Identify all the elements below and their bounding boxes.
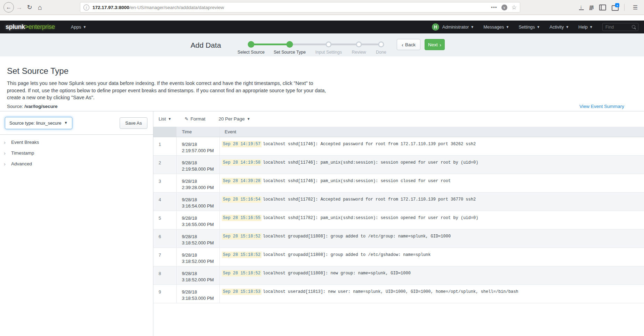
- row-number-cell: 3: [153, 174, 177, 192]
- event-time: 3:16:55.000 PM: [182, 221, 219, 228]
- settings-accordion: › Event Breaks › Timestamp › Advanced: [0, 135, 153, 169]
- back-button[interactable]: ‹Back: [397, 39, 420, 50]
- list-view-dropdown[interactable]: List▼: [159, 116, 171, 122]
- source-row: Source: /var/log/secure View Event Summa…: [7, 104, 644, 110]
- event-timestamp-highlight: Sep 28 15:16:54: [222, 196, 261, 203]
- event-table-row: 4 9/28/18 3:16:54.000 PM Sep 28 15:16:54…: [153, 193, 644, 211]
- url-text[interactable]: 172.17.97.3:8000/en-US/manager/search/ad…: [92, 5, 491, 10]
- event-time: 3:16:54.000 PM: [182, 203, 219, 209]
- caret-down-icon: ▼: [64, 121, 68, 125]
- help-menu[interactable]: Help▼: [578, 24, 593, 30]
- time-cell: 9/28/18 2:19:57.000 PM: [177, 137, 220, 155]
- bookmark-star-icon[interactable]: ☆: [512, 4, 517, 11]
- browser-toolbar: ← → ↻ ⌂ i 172.17.97.3:8000/en-US/manager…: [0, 0, 644, 15]
- event-preview-panel: List▼ ✎Format 20 Per Page▼ Time Event 1 …: [153, 111, 644, 336]
- messages-menu[interactable]: Messages▼: [483, 24, 509, 30]
- event-date: 9/28/18: [182, 178, 219, 185]
- row-number-cell: 9: [153, 285, 177, 303]
- time-cell: 9/28/18 3:16:54.000 PM: [177, 193, 220, 211]
- event-message: localhost sshd[11782]: pam_unix(sshd:ses…: [263, 216, 478, 220]
- time-cell: 9/28/18 3:18:52.000 PM: [177, 229, 220, 248]
- site-info-icon[interactable]: i: [83, 5, 89, 10]
- browser-home-icon[interactable]: ⌂: [35, 2, 45, 13]
- accordion-section-advanced[interactable]: › Advanced: [0, 158, 153, 169]
- extension-icon[interactable]: a: [612, 5, 619, 11]
- chevron-right-icon: ›: [4, 161, 11, 167]
- view-event-summary-link[interactable]: View Event Summary: [579, 104, 624, 109]
- format-menu[interactable]: ✎Format: [185, 116, 206, 122]
- event-table-row: 9 9/28/18 3:18:53.000 PM Sep 28 15:18:53…: [153, 285, 644, 303]
- library-icon[interactable]: |||\: [589, 5, 594, 10]
- find-input[interactable]: [605, 24, 632, 30]
- event-cell: Sep 28 15:18:52localhost groupadd[11808]…: [220, 266, 644, 284]
- event-cell: Sep 28 15:18:52localhost groupadd[11808]…: [220, 248, 644, 266]
- time-cell: 9/28/18 2:39:28.000 PM: [177, 174, 220, 192]
- event-message: localhost groupadd[11808]: new group: na…: [263, 271, 411, 276]
- event-time: 3:18:52.000 PM: [182, 240, 219, 246]
- wizard-step-label: Review: [352, 50, 366, 55]
- add-data-wizard-band: Add Data Select SourceSet Source TypeInp…: [0, 33, 644, 56]
- user-menu[interactable]: Administrator▼: [442, 24, 474, 30]
- url-bar[interactable]: i 172.17.97.3:8000/en-US/manager/search/…: [80, 2, 520, 13]
- chevron-right-icon: ›: [440, 42, 441, 47]
- event-table-row: 6 9/28/18 3:18:52.000 PM Sep 28 15:18:52…: [153, 229, 644, 248]
- activity-menu[interactable]: Activity▼: [549, 24, 569, 30]
- event-message: localhost sshd[11746]: pam_unix(sshd:ses…: [263, 179, 451, 183]
- wizard-connector: [359, 44, 381, 45]
- wizard-step-label: Input Settings: [315, 50, 342, 55]
- wizard-step-label: Set Source Type: [274, 50, 306, 55]
- pocket-icon[interactable]: ∨: [501, 5, 507, 10]
- user-avatar[interactable]: H: [432, 23, 439, 31]
- next-button[interactable]: Next›: [425, 39, 445, 50]
- wizard-step-dot: [287, 41, 293, 48]
- event-timestamp-highlight: Sep 28 15:18:53: [222, 289, 261, 295]
- time-cell: 9/28/18 3:16:55.000 PM: [177, 211, 220, 229]
- source-label: Source:: [7, 104, 23, 109]
- wizard-step-label: Select Source: [238, 50, 265, 55]
- row-number-cell: 5: [153, 211, 177, 229]
- sidebar-toggle-icon[interactable]: [599, 5, 606, 10]
- event-column-header: Event: [220, 127, 644, 137]
- time-cell: 9/28/18 2:19:58.000 PM: [177, 156, 220, 174]
- caret-down-icon: ▼: [565, 25, 569, 29]
- settings-menu[interactable]: Settings▼: [518, 24, 540, 30]
- browser-forward-icon[interactable]: →: [14, 2, 24, 13]
- event-date: 9/28/18: [182, 234, 219, 240]
- event-cell: Sep 28 15:18:53localhost useradd[11813]:…: [220, 285, 644, 303]
- search-icon: [632, 25, 636, 29]
- page-actions-icon[interactable]: •••: [491, 5, 497, 10]
- apps-menu[interactable]: Apps▼: [71, 24, 87, 30]
- wizard-title: Add Data: [191, 41, 221, 49]
- find-search-box[interactable]: [602, 23, 638, 31]
- preview-panels: Source type: linux_secure▼ Save As › Eve…: [0, 111, 644, 336]
- splunk-logo[interactable]: splunk>enterprise: [6, 23, 55, 31]
- row-number-cell: 8: [153, 266, 177, 284]
- event-time: 2:39:28.000 PM: [182, 185, 219, 191]
- caret-down-icon: ▼: [247, 117, 250, 121]
- source-type-panel: Source type: linux_secure▼ Save As › Eve…: [0, 111, 153, 336]
- browser-back-icon[interactable]: ←: [3, 2, 14, 13]
- save-as-button[interactable]: Save As: [120, 117, 147, 129]
- event-timestamp-highlight: Sep 28 15:18:52: [222, 233, 261, 240]
- downloads-icon[interactable]: [579, 5, 584, 10]
- event-table-row: 7 9/28/18 3:18:52.000 PM Sep 28 15:18:52…: [153, 248, 644, 266]
- event-cell: Sep 28 15:16:54localhost sshd[11782]: Ac…: [220, 193, 644, 211]
- event-table-row: 3 9/28/18 2:39:28.000 PM Sep 28 14:39:28…: [153, 174, 644, 193]
- time-cell: 9/28/18 3:18:53.000 PM: [177, 285, 220, 303]
- event-timestamp-highlight: Sep 28 14:19:58: [222, 159, 261, 166]
- browser-refresh-icon[interactable]: ↻: [24, 2, 35, 13]
- accordion-section-timestamp[interactable]: › Timestamp: [0, 148, 153, 158]
- page-intro: Set Source Type This page lets you see h…: [0, 66, 644, 110]
- event-date: 9/28/18: [182, 160, 219, 166]
- event-cell: Sep 28 14:19:58localhost sshd[11746]: pa…: [220, 156, 644, 174]
- menu-hamburger-icon[interactable]: ☰: [630, 2, 641, 13]
- event-cell: Sep 28 14:19:57localhost sshd[11746]: Ac…: [220, 137, 644, 155]
- row-number-cell: 4: [153, 193, 177, 211]
- chevron-right-icon: ›: [4, 139, 11, 145]
- event-date: 9/28/18: [182, 252, 219, 258]
- source-type-dropdown[interactable]: Source type: linux_secure▼: [5, 117, 72, 129]
- event-message: localhost sshd[11746]: pam_unix(sshd:ses…: [263, 160, 478, 165]
- per-page-dropdown[interactable]: 20 Per Page▼: [219, 116, 250, 122]
- accordion-section-event-breaks[interactable]: › Event Breaks: [0, 137, 153, 148]
- time-column-header: Time: [177, 127, 220, 137]
